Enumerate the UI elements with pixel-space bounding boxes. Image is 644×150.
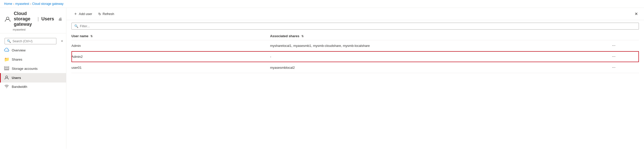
person-icon bbox=[4, 75, 9, 80]
sidebar-item-overview-label: Overview bbox=[12, 48, 26, 52]
cell-shares: mysharelocal1, myasesmb1, mysmb-cloudsha… bbox=[270, 40, 610, 51]
refresh-label: Refresh bbox=[103, 12, 114, 16]
breadcrumb-home[interactable]: Home bbox=[4, 2, 12, 6]
search-box[interactable]: 🔍 bbox=[5, 38, 56, 44]
cell-username: Admin2 bbox=[71, 51, 270, 62]
cell-actions: ··· bbox=[611, 62, 639, 73]
breadcrumb-current: Cloud storage gateway bbox=[32, 2, 64, 6]
page-subtitle: myasetest bbox=[13, 28, 62, 31]
svg-rect-2 bbox=[4, 68, 9, 69]
sidebar-header: Cloud storage gateway | Users 🖨 myasetes… bbox=[0, 8, 66, 33]
folder-icon: 📁 bbox=[4, 57, 9, 62]
title-separator: | bbox=[38, 16, 39, 22]
breadcrumb-myasetest[interactable]: myasetest bbox=[15, 2, 29, 6]
sidebar-item-overview[interactable]: Overview bbox=[0, 46, 66, 55]
collapse-button[interactable]: « bbox=[60, 38, 64, 43]
sidebar-item-bandwidth-label: Bandwidth bbox=[12, 85, 27, 89]
user-avatar-icon bbox=[4, 16, 11, 23]
search-input[interactable] bbox=[13, 39, 54, 43]
sidebar-item-storage-accounts[interactable]: Storage accounts bbox=[0, 64, 66, 73]
sort-shares-icon[interactable]: ⇅ bbox=[301, 35, 304, 38]
cell-shares: myasesmblocal2 bbox=[270, 62, 610, 73]
add-icon: ＋ bbox=[73, 11, 78, 17]
table-row[interactable]: Adminmysharelocal1, myasesmb1, mysmb-clo… bbox=[71, 40, 639, 51]
col-header-shares[interactable]: Associated shares ⇅ bbox=[270, 32, 610, 40]
sidebar-nav: Overview 📁 Shares Storage accounts bbox=[0, 46, 66, 91]
close-button[interactable]: ✕ bbox=[634, 10, 639, 17]
print-icon[interactable]: 🖨 bbox=[58, 17, 62, 21]
refresh-icon: ↻ bbox=[98, 12, 101, 16]
breadcrumb-sep2: › bbox=[30, 2, 31, 5]
cell-username: Admin bbox=[71, 40, 270, 51]
sort-username-icon[interactable]: ⇅ bbox=[90, 35, 93, 38]
more-options-button[interactable]: ··· bbox=[611, 43, 617, 48]
breadcrumb-sep1: › bbox=[13, 2, 14, 5]
add-user-button[interactable]: ＋ Add user bbox=[71, 10, 94, 18]
sidebar: Cloud storage gateway | Users 🖨 myasetes… bbox=[0, 8, 66, 149]
col-header-username[interactable]: User name ⇅ bbox=[71, 32, 270, 40]
filter-bar[interactable]: 🔍 bbox=[71, 23, 639, 30]
sidebar-item-users[interactable]: Users bbox=[0, 73, 66, 83]
col-header-actions bbox=[611, 32, 639, 40]
svg-point-5 bbox=[6, 88, 7, 88]
breadcrumb: Home › myasetest › Cloud storage gateway bbox=[0, 0, 644, 8]
search-icon: 🔍 bbox=[7, 39, 11, 43]
table-row[interactable]: user01myasesmblocal2··· bbox=[71, 62, 639, 73]
page-section: Users bbox=[41, 16, 54, 22]
sidebar-item-storage-label: Storage accounts bbox=[12, 67, 38, 71]
users-table: User name ⇅ Associated shares ⇅ Adminmys… bbox=[71, 32, 639, 73]
cell-actions: ··· bbox=[611, 51, 639, 62]
sidebar-item-shares[interactable]: 📁 Shares bbox=[0, 55, 66, 64]
page-title: Cloud storage gateway bbox=[14, 11, 35, 27]
more-options-button[interactable]: ··· bbox=[611, 65, 617, 70]
cloud-icon bbox=[4, 48, 9, 53]
wifi-icon bbox=[4, 85, 9, 89]
filter-input[interactable] bbox=[80, 24, 636, 28]
svg-rect-1 bbox=[4, 66, 9, 67]
main-content: ＋ Add user ↻ Refresh ✕ 🔍 User name bbox=[66, 8, 644, 149]
more-options-button[interactable]: ··· bbox=[611, 54, 617, 59]
cell-username: user01 bbox=[71, 62, 270, 73]
users-table-container: User name ⇅ Associated shares ⇅ Adminmys… bbox=[66, 32, 644, 149]
filter-icon: 🔍 bbox=[74, 24, 78, 28]
sidebar-item-shares-label: Shares bbox=[12, 58, 22, 61]
refresh-button[interactable]: ↻ Refresh bbox=[96, 11, 116, 17]
storage-icon bbox=[4, 66, 9, 71]
svg-point-4 bbox=[6, 76, 8, 78]
content-toolbar: ＋ Add user ↻ Refresh ✕ bbox=[66, 8, 644, 20]
add-user-label: Add user bbox=[79, 12, 92, 16]
sidebar-item-users-label: Users bbox=[12, 76, 21, 80]
cell-shares: - bbox=[270, 51, 610, 62]
cell-actions: ··· bbox=[611, 40, 639, 51]
svg-rect-3 bbox=[4, 70, 9, 70]
table-row[interactable]: Admin2-··· bbox=[71, 51, 639, 62]
sidebar-item-bandwidth[interactable]: Bandwidth bbox=[0, 83, 66, 91]
